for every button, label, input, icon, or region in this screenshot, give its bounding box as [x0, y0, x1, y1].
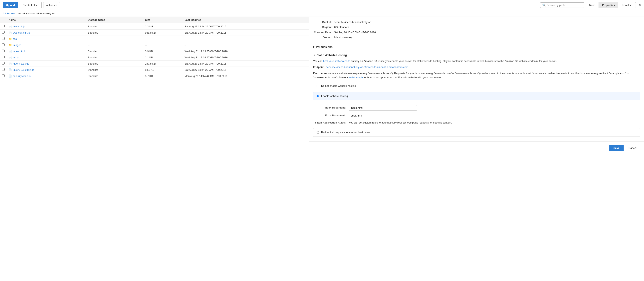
tab-none[interactable]: None	[586, 2, 599, 8]
file-icon: 📄	[8, 62, 12, 65]
file-name-link[interactable]: aws-sdk.js	[13, 25, 25, 28]
bucket-value: security-videos.brianandkelly.ws	[333, 19, 376, 24]
file-name-link[interactable]: init.js	[13, 56, 19, 59]
size-cell: --	[143, 36, 182, 42]
storage-class-cell: Standard	[86, 54, 143, 60]
static-hosting-label: Static Website Hosting	[316, 53, 347, 57]
file-name-link[interactable]: securityvideo.js	[13, 74, 30, 77]
edit-redirect-label-cell: Edit Redirection Rules:	[313, 119, 348, 126]
last-modified-cell: --	[182, 42, 309, 48]
table-row: 📄aws-sdk.min.jsStandard988.8 KBSat Aug 2…	[0, 29, 309, 36]
bucket-label: Bucket:	[313, 19, 334, 24]
storage-class-cell: Standard	[86, 73, 143, 79]
row-checkbox[interactable]	[2, 62, 4, 64]
size-cell: 1.1 KB	[143, 54, 182, 60]
row-checkbox[interactable]	[2, 43, 4, 46]
static-hosting-header[interactable]: Static Website Hosting	[309, 51, 644, 59]
row-checkbox[interactable]	[2, 31, 4, 33]
search-icon: 🔍	[542, 3, 546, 6]
permissions-header[interactable]: Permissions	[309, 43, 644, 51]
file-name-link[interactable]: aws-sdk.min.js	[13, 31, 30, 34]
table-row: 📄jquery-3.1.0.jsStandard257.5 KBSat Aug …	[0, 60, 309, 67]
file-name-link[interactable]: jquery-3.1.0.min.js	[13, 68, 34, 71]
error-doc-label: Error Document:	[313, 112, 348, 119]
col-header-storage: Storage Class	[86, 17, 143, 23]
file-icon: 📄	[8, 68, 12, 71]
static-hosting-chevron-icon	[313, 54, 316, 56]
creation-date-label: Creation Date:	[313, 30, 334, 35]
size-cell: 5.7 KB	[143, 73, 182, 79]
chevron-down-icon: ▾	[56, 3, 57, 6]
size-cell: 84.3 KB	[143, 67, 182, 73]
table-row: 📄init.jsStandard1.1 KBWed Aug 31 17:19:4…	[0, 54, 309, 60]
file-table: Name Storage Class Size Last Modified 📄a…	[0, 17, 309, 79]
size-cell: --	[143, 42, 182, 48]
upload-button[interactable]: Upload	[3, 2, 18, 8]
table-row: 📄index.htmlStandard3.9 KBWed Aug 31 12:1…	[0, 48, 309, 54]
row-checkbox[interactable]	[2, 37, 4, 40]
tab-properties[interactable]: Properties	[599, 2, 618, 8]
file-name-link[interactable]: jquery-3.1.0.js	[13, 62, 29, 65]
table-row: 📁css------	[0, 36, 309, 42]
search-input[interactable]	[547, 3, 582, 6]
right-panel: Bucket: security-videos.brianandkelly.ws…	[309, 17, 644, 280]
index-doc-input[interactable]	[349, 105, 417, 110]
index-doc-label: Index Document:	[313, 104, 348, 112]
permissions-label: Permissions	[316, 45, 332, 48]
size-cell: 3.9 KB	[143, 48, 182, 54]
main-layout: Name Storage Class Size Last Modified 📄a…	[0, 17, 644, 280]
last-modified-cell: Sat Aug 27 13:44:29 GMT-700 2016	[182, 29, 309, 36]
hosting-paragraph2: Each bucket serves a website namespace (…	[313, 71, 640, 80]
radio-disable-label[interactable]: Do not enable website hosting	[321, 84, 356, 88]
file-name-link[interactable]: index.html	[13, 50, 24, 53]
file-name-link[interactable]: css	[13, 37, 17, 40]
radio-redirect-option[interactable]: Redirect all requests to another host na…	[313, 128, 640, 137]
table-row: 📁images------	[0, 42, 309, 48]
host-static-website-link[interactable]: host your static website	[323, 59, 350, 62]
radio-disable-option[interactable]: Do not enable website hosting	[313, 82, 640, 90]
last-modified-cell: --	[182, 36, 309, 42]
row-checkbox[interactable]	[2, 56, 4, 58]
row-checkbox[interactable]	[2, 68, 4, 71]
endpoint-link[interactable]: security-videos.brianandkelly.ws.s3-webs…	[326, 65, 408, 68]
tab-transfers[interactable]: Transfers	[618, 2, 636, 8]
file-name-link[interactable]: images	[13, 43, 21, 46]
edit-redirect-text: You can set custom rules to automaticall…	[347, 119, 640, 126]
last-modified-cell: Sat Aug 27 13:44:29 GMT-700 2016	[182, 23, 309, 29]
row-checkbox[interactable]	[2, 74, 4, 77]
radio-disable-input[interactable]	[316, 85, 319, 87]
radio-enable-option[interactable]: Enable website hosting	[313, 92, 640, 100]
edit-redirect-label: Edit Redirection Rules:	[317, 121, 346, 124]
radio-enable-input[interactable]	[316, 95, 319, 97]
create-folder-button[interactable]: Create Folder	[20, 2, 42, 8]
save-button[interactable]: Save	[610, 145, 624, 151]
radio-redirect-label[interactable]: Redirect all requests to another host na…	[321, 130, 370, 134]
error-doc-input[interactable]	[349, 113, 417, 118]
col-header-size: Size	[143, 17, 182, 23]
size-cell: 257.5 KB	[143, 60, 182, 67]
edit-redirect-chevron-icon	[315, 121, 316, 124]
radio-redirect-input[interactable]	[316, 131, 319, 134]
file-icon: 📄	[8, 56, 12, 59]
last-modified-cell: Sat Aug 27 13:44:29 GMT-700 2016	[182, 67, 309, 73]
row-checkbox[interactable]	[2, 25, 4, 27]
table-row: 📄securityvideo.jsStandard5.7 KBMon Aug 2…	[0, 73, 309, 79]
col-header-modified: Last Modified	[182, 17, 309, 23]
permissions-section: Permissions	[309, 43, 644, 51]
search-box: 🔍	[540, 2, 584, 8]
file-icon: 📄	[8, 50, 12, 53]
row-checkbox[interactable]	[2, 49, 4, 52]
actions-button[interactable]: Actions ▾	[43, 2, 60, 8]
file-icon: 📄	[8, 25, 12, 28]
cancel-button[interactable]: Cancel	[625, 145, 640, 151]
refresh-icon[interactable]: ↻	[638, 3, 641, 7]
radio-enable-label[interactable]: Enable website hosting	[321, 94, 348, 98]
size-cell: 988.8 KB	[143, 29, 182, 36]
folder-icon: 📁	[8, 43, 12, 46]
toolbar: Upload Create Folder Actions ▾ 🔍 None Pr…	[0, 0, 644, 10]
endpoint-line: Endpoint: security-videos.brianandkelly.…	[313, 65, 640, 69]
walkthrough-link[interactable]: walkthrough	[349, 76, 363, 79]
permissions-chevron-icon	[313, 45, 315, 48]
breadcrumb-all-buckets[interactable]: All Buckets	[3, 12, 16, 15]
file-icon: 📄	[8, 31, 12, 34]
